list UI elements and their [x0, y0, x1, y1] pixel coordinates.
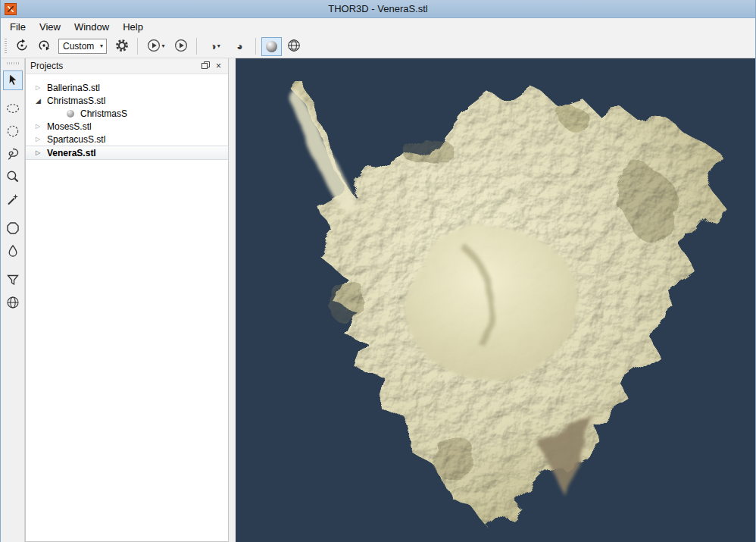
play-options-button[interactable]: ▾: [143, 37, 169, 56]
side-toolbar: [1, 58, 25, 542]
main-area: Projects × ▷ BallerinaS.stl ◢: [1, 58, 755, 542]
octagon-icon: [5, 221, 20, 238]
toolbar-grip[interactable]: [5, 39, 7, 54]
gear-icon: [115, 39, 129, 55]
float-icon: [201, 61, 210, 71]
view-preset-value: Custom: [63, 41, 94, 52]
rotate-down-icon: [37, 39, 51, 55]
scan-sphere-icon: [67, 110, 74, 117]
menu-view[interactable]: View: [33, 20, 67, 34]
tree-item-christmass-scan[interactable]: ChristmasS: [26, 107, 228, 120]
rotate-view-down-button[interactable]: [33, 37, 54, 56]
polygon-selection-button[interactable]: [3, 219, 23, 239]
play-circle-icon: [174, 39, 188, 55]
ellipse-selection-button[interactable]: [3, 99, 23, 119]
shaded-sphere-icon: [266, 41, 277, 52]
viewport-3d[interactable]: [236, 58, 755, 542]
settings-button[interactable]: [111, 37, 132, 56]
expand-arrow-icon[interactable]: ▷: [36, 136, 45, 143]
menu-bar: File View Window Help: [1, 18, 755, 35]
circle-selection-button[interactable]: [3, 122, 23, 142]
magnifier-icon: [5, 169, 20, 186]
three-quarter-circle-icon: ◕: [236, 41, 242, 52]
tree-item-christmass[interactable]: ◢ ChristmasS.stl: [26, 94, 228, 107]
tree-item-mosess[interactable]: ▷ MosesS.stl: [26, 120, 228, 133]
chevron-down-icon: ▾: [217, 43, 220, 49]
render-mode-options-button[interactable]: ◑ ▾: [202, 37, 228, 56]
menu-window[interactable]: Window: [67, 20, 116, 34]
close-icon: ×: [216, 61, 221, 71]
ellipse-select-icon: [5, 101, 20, 118]
expand-arrow-icon[interactable]: ▷: [36, 123, 45, 130]
globe-icon: [5, 295, 20, 312]
lasso-icon: [5, 146, 20, 164]
collapse-arrow-icon[interactable]: ◢: [36, 97, 45, 105]
chevron-down-icon: ▾: [161, 43, 164, 49]
wireframe-shading-button[interactable]: [283, 37, 304, 56]
expand-arrow-icon[interactable]: ▷: [36, 149, 45, 156]
toolbar-separator: [196, 38, 197, 55]
select-cursor-button[interactable]: [3, 70, 23, 90]
title-bar: THOR3D - VeneraS.stl: [1, 0, 755, 18]
projects-panel: Projects × ▷ BallerinaS.stl ◢: [25, 58, 229, 542]
lasso-selection-button[interactable]: [3, 145, 23, 164]
menu-file[interactable]: File: [3, 20, 33, 34]
tree-item-label: ChristmasS.stl: [45, 96, 105, 106]
half-circle-icon: ◑: [210, 41, 216, 52]
app-icon[interactable]: [5, 3, 17, 15]
tree-item-label: SpartacusS.stl: [45, 134, 105, 145]
tree-item-spartacuss[interactable]: ▷ SpartacusS.stl: [26, 133, 228, 146]
rotate-ccw-icon: [15, 39, 29, 55]
wireframe-globe-icon: [287, 39, 301, 55]
panel-splitter[interactable]: [229, 58, 236, 542]
venera-model: [236, 58, 755, 542]
globe-button[interactable]: [3, 293, 23, 313]
tree-item-label: VeneraS.stl: [45, 148, 96, 158]
cursor-icon: [5, 72, 20, 89]
droplet-icon: [5, 243, 20, 261]
droplet-button[interactable]: [3, 242, 23, 262]
view-preset-dropdown[interactable]: Custom ▾: [58, 39, 107, 54]
toolbar-separator: [137, 38, 138, 55]
tree-item-label: MosesS.stl: [45, 121, 92, 132]
solid-shading-button[interactable]: [261, 37, 282, 56]
projects-panel-header[interactable]: Projects ×: [26, 58, 228, 74]
expand-arrow-icon[interactable]: ▷: [36, 84, 45, 91]
main-toolbar: Custom ▾ ▾ ◑ ▾ ◕: [1, 35, 755, 58]
tree-item-label: BallerinaS.stl: [45, 83, 100, 93]
close-panel-button[interactable]: ×: [212, 61, 225, 72]
rotate-view-ccw-button[interactable]: [11, 37, 32, 56]
menu-help[interactable]: Help: [116, 20, 150, 34]
tree-item-ballerinas[interactable]: ▷ BallerinaS.stl: [26, 81, 228, 94]
app-window: THOR3D - VeneraS.stl File View Window He…: [0, 0, 756, 542]
play-circle-icon: [147, 39, 161, 55]
window-title: THOR3D - VeneraS.stl: [1, 3, 755, 14]
circle-select-icon: [5, 124, 20, 141]
zoom-button[interactable]: [3, 168, 23, 187]
funnel-filter-button[interactable]: [3, 271, 23, 290]
tree-item-veneras[interactable]: ▷ VeneraS.stl: [26, 146, 228, 160]
render-mode-button[interactable]: ◕: [230, 37, 250, 56]
funnel-icon: [5, 272, 20, 290]
float-panel-button[interactable]: [199, 61, 212, 72]
toolbar-separator: [255, 38, 256, 55]
projects-tree: ▷ BallerinaS.stl ◢ ChristmasS.stl Christ…: [26, 74, 228, 541]
projects-panel-title: Projects: [30, 61, 63, 71]
play-button[interactable]: [170, 37, 191, 56]
magic-wand-button[interactable]: [3, 190, 23, 210]
side-toolbar-grip[interactable]: [7, 62, 19, 64]
wand-icon: [5, 192, 20, 209]
chevron-down-icon: ▾: [97, 43, 106, 49]
tree-item-label: ChristmasS: [79, 108, 127, 119]
